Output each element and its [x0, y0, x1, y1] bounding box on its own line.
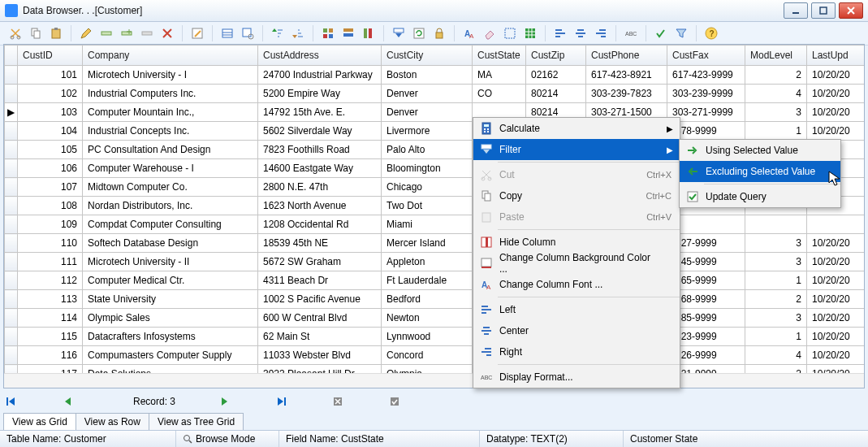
align-right-icon[interactable]	[592, 24, 610, 42]
cell-upd[interactable]: 10/20/20	[807, 234, 866, 253]
cell-company[interactable]: Computer Medical Ctr.	[83, 271, 258, 290]
cell-mod[interactable]: 2	[745, 66, 807, 85]
cell-addr[interactable]: 11033 Webster Blvd	[258, 346, 382, 365]
cell-company[interactable]: Computer Warehouse - I	[83, 159, 258, 178]
filter-funnel-icon[interactable]	[672, 24, 690, 42]
menu-hide-column[interactable]: Hide Column	[473, 232, 680, 253]
table-row[interactable]: 109Compdat Computer Consulting1208 Occid…	[5, 215, 866, 234]
grid-tool2-icon[interactable]	[339, 24, 357, 42]
cell-mod[interactable]: 4	[745, 346, 807, 365]
table-row[interactable]: 114Olympic Sales600 W Central BlvdNewton…	[5, 309, 866, 328]
horizontal-scrollbar[interactable]	[4, 373, 864, 388]
menu-calculate[interactable]: Calculate▶	[473, 118, 680, 139]
cell-id[interactable]: 111	[18, 253, 83, 271]
submenu-excluding-selected[interactable]: Excluding Selected Value	[680, 161, 840, 182]
cell-mod[interactable]	[745, 215, 807, 234]
cell-addr[interactable]: 2800 N.E. 47th	[258, 178, 382, 197]
cell-city[interactable]: Mercer Island	[382, 234, 473, 253]
sort-desc-icon[interactable]	[289, 24, 307, 42]
cell-city[interactable]: Bedford	[382, 290, 473, 309]
cell-city[interactable]: Lynnwood	[382, 328, 473, 346]
cell-mod[interactable]: 1	[745, 328, 807, 346]
cell-id[interactable]: 105	[18, 141, 83, 159]
cell-city[interactable]: Livermore	[382, 122, 473, 141]
cell-upd[interactable]: 10/20/20	[807, 346, 866, 365]
filter-table-icon[interactable]	[390, 24, 408, 42]
cell-phone[interactable]: 303-239-7823	[586, 85, 667, 103]
menu-font[interactable]: AA Change Column Font ...	[473, 274, 680, 295]
cell-id[interactable]: 104	[18, 122, 83, 141]
edit-icon[interactable]	[77, 24, 95, 42]
cell-addr[interactable]: 14600 Eastgate Way	[258, 159, 382, 178]
menu-filter[interactable]: Filter▶	[473, 139, 680, 160]
cell-state[interactable]: MA	[473, 66, 526, 85]
help-icon[interactable]: ?	[702, 24, 720, 42]
cell-city[interactable]: Bloomington	[382, 159, 473, 178]
column-header[interactable]: CustPhone	[586, 46, 667, 66]
cell-city[interactable]: Denver	[382, 103, 473, 122]
cell-addr[interactable]: 1623 North Avenue	[258, 197, 382, 215]
cell-company[interactable]: Microtech University - I	[83, 66, 258, 85]
cell-addr[interactable]: 5200 Empire Way	[258, 85, 382, 103]
cell-mod[interactable]: 3	[745, 103, 807, 122]
nav-prev-button[interactable]	[60, 394, 76, 409]
submenu-update-query[interactable]: Update Query	[680, 186, 840, 207]
menu-paste[interactable]: PasteCtrl+V	[473, 206, 680, 228]
cell-company[interactable]: State University	[83, 290, 258, 309]
cell-city[interactable]: Chicago	[382, 178, 473, 197]
cell-zip[interactable]: 02162	[526, 66, 586, 85]
cell-mod[interactable]: 2	[745, 290, 807, 309]
abc-icon[interactable]: ABC	[622, 24, 640, 42]
cell-addr[interactable]: 62 Main St	[258, 328, 382, 346]
column-header[interactable]	[5, 46, 18, 66]
cell-addr[interactable]: 5602 Silverdale Way	[258, 122, 382, 141]
erase-icon[interactable]	[481, 24, 499, 42]
cell-upd[interactable]: 10/20/20	[807, 85, 866, 103]
cell-company[interactable]: Datacrafters Infosystems	[83, 328, 258, 346]
cell-company[interactable]: Compumasters Computer Supply	[83, 346, 258, 365]
cell-company[interactable]: Olympic Sales	[83, 309, 258, 328]
cell-upd[interactable]: 10/20/20	[807, 328, 866, 346]
table-row[interactable]: 102Industrial Computers Inc.5200 Empire …	[5, 85, 866, 103]
cell-addr[interactable]: 600 W Central Blvd	[258, 309, 382, 328]
nav-first-button[interactable]	[3, 394, 19, 409]
cell-id[interactable]: 107	[18, 178, 83, 197]
cell-upd[interactable]: 10/20/20	[807, 103, 866, 122]
cell-zip[interactable]: 80214	[526, 85, 586, 103]
cut-icon[interactable]	[6, 24, 24, 42]
column-header[interactable]: LastUpd	[807, 46, 866, 66]
cell-addr[interactable]: 4311 Beach Dr	[258, 271, 382, 290]
lock-icon[interactable]	[430, 24, 448, 42]
cell-city[interactable]: Ft Lauderdale	[382, 271, 473, 290]
table-row[interactable]: 113State University1002 S Pacific Avenue…	[5, 290, 866, 309]
cell-id[interactable]: 103	[18, 103, 83, 122]
cell-city[interactable]: Appleton	[382, 253, 473, 271]
menu-align-center[interactable]: Center	[473, 320, 680, 341]
cell-id[interactable]: 106	[18, 159, 83, 178]
table-row[interactable]: 116Compumasters Computer Supply11033 Web…	[5, 346, 866, 365]
tab-view-grid[interactable]: View as Grid	[3, 413, 76, 431]
cell-upd[interactable]: 10/20/20	[807, 66, 866, 85]
cell-id[interactable]: 109	[18, 215, 83, 234]
cell-city[interactable]: Miami	[382, 215, 473, 234]
cell-mod[interactable]: 4	[745, 85, 807, 103]
nav-cancel-button[interactable]	[330, 394, 346, 409]
cell-mod[interactable]: 3	[745, 234, 807, 253]
cell-upd[interactable]	[807, 215, 866, 234]
table-row[interactable]: 111Microtech University - II5672 SW Grah…	[5, 253, 866, 271]
table-row[interactable]: 110Softech Database Design18539 45th NEM…	[5, 234, 866, 253]
table-search-icon[interactable]	[239, 24, 257, 42]
cell-upd[interactable]: 10/20/20	[807, 253, 866, 271]
cell-city[interactable]: Concord	[382, 346, 473, 365]
close-button[interactable]	[839, 2, 863, 19]
paste-icon[interactable]	[47, 24, 65, 42]
cell-company[interactable]: Compdat Computer Consulting	[83, 215, 258, 234]
cell-addr[interactable]: 14792 15th Ave. E.	[258, 103, 382, 122]
cell-addr[interactable]: 18539 45th NE	[258, 234, 382, 253]
cell-city[interactable]: Palo Alto	[382, 141, 473, 159]
cell-mod[interactable]: 3	[745, 253, 807, 271]
column-header[interactable]: CustZip	[526, 46, 586, 66]
column-header[interactable]: CustFax	[667, 46, 745, 66]
refresh-icon[interactable]	[410, 24, 428, 42]
form-edit-icon[interactable]	[188, 24, 206, 42]
